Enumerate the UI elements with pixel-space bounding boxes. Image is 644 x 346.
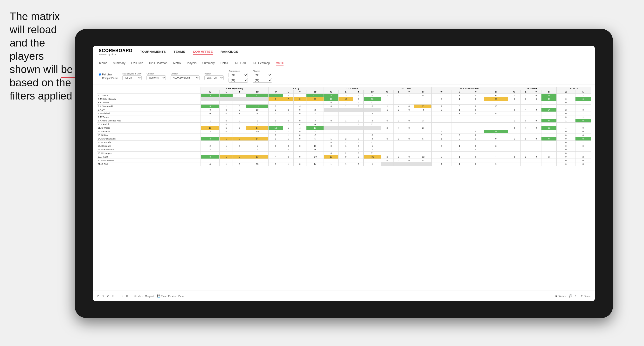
col-header-4: 21. O Stoll: [381, 87, 432, 90]
sub-nav: Teams Summary H2H Grid H2H Heatmap Matri…: [93, 58, 595, 68]
table-row: 19. J Karrh 31013 400-20 1300-31 210-12 …: [97, 155, 591, 159]
table-row: 20. E Andersson 0108 00: [97, 159, 591, 163]
logo: SCOREBOARD Powered by clippd: [99, 48, 132, 56]
sub-nav-players[interactable]: Players: [187, 60, 196, 66]
players-select2[interactable]: (All): [253, 78, 272, 83]
table-row: 21. O Stoll 41033 11014 1101 1109 03: [97, 163, 591, 166]
table-row: 11. G Woods 105014 131417 24017 24020 40: [97, 126, 591, 130]
comment-button[interactable]: 💬: [569, 294, 572, 298]
col-header-7: 60. W Za: [557, 87, 591, 90]
players-filter: Players (All) (All): [253, 70, 272, 83]
table-row: 1. J Garcia 31027 301-11 4300 1110 0106 …: [97, 94, 591, 97]
conference-filter: Conference (All) (All): [228, 70, 248, 83]
division-label: Division: [170, 73, 200, 75]
conference-select2[interactable]: (All): [228, 78, 248, 83]
conference-select[interactable]: (All): [228, 73, 248, 77]
table-row: 8. M Torres 01: [97, 115, 591, 119]
sub-nav-detail[interactable]: Detail: [220, 60, 228, 66]
sub-nav-h2hheatmap1[interactable]: H2H Heatmap: [149, 60, 168, 66]
main-content: 2. M Kelly Mulcahy 6. A Dy 11. G Woods 2…: [93, 85, 595, 291]
col-header-6: 38. A Webb: [508, 87, 557, 90]
table-row: 10. L Perini 1001 3140 11011 11: [97, 123, 591, 126]
nav-committee[interactable]: COMMITTEE: [193, 49, 213, 55]
table-row: 9. A Maria Jimenez Rios 1001 100-7 0102 …: [97, 119, 591, 123]
region-label: Region: [204, 73, 224, 75]
table-row: 13. N Klug 010-2 3 0201 00: [97, 134, 591, 137]
view-original-button[interactable]: 👁 View: Original: [134, 295, 154, 298]
table-row: 6. A Dy 30018 2202 120-4 0104 04024 23: [97, 108, 591, 112]
sub-nav-h2hgrid2[interactable]: H2H Grid: [234, 60, 246, 66]
col-header-5: 23. L Marie Schumac.: [432, 87, 508, 90]
col-header-1: 2. M Kelly Mulcahy: [201, 87, 268, 90]
undo-button[interactable]: ↩: [97, 294, 99, 298]
redo-button[interactable]: ↪: [102, 294, 104, 298]
table-row: 12. A Bianchi 200-58 1104 20025 00: [97, 130, 591, 134]
region-select[interactable]: East - DII: [204, 75, 224, 80]
nav-tournaments[interactable]: TOURNAMENTS: [140, 49, 166, 55]
matrix-header-empty: [97, 87, 201, 90]
sub-nav-matrix1[interactable]: Matrix: [173, 60, 181, 66]
fullscreen-button[interactable]: ⛶: [575, 295, 578, 298]
grid-button[interactable]: ⊞: [112, 294, 114, 298]
toolbar-divider1: [131, 294, 131, 299]
nav-links: TOURNAMENTS TEAMS COMMITTEE RANKINGS: [140, 49, 238, 55]
refresh-button[interactable]: ⟳: [107, 294, 109, 298]
share-button[interactable]: ⬆ Share: [581, 294, 591, 298]
gender-label: Gender: [146, 73, 166, 75]
tablet-device: SCOREBOARD Powered by clippd TOURNAMENTS…: [75, 29, 613, 318]
save-custom-view-button[interactable]: 💾 Save Custom View: [157, 294, 184, 298]
sub-nav-summary2[interactable]: Summary: [202, 60, 214, 66]
table-row: 3. S Jelinek 02017 01: [97, 101, 591, 105]
watch-button[interactable]: ◉ Watch: [555, 294, 566, 298]
nav-rankings[interactable]: RANKINGS: [220, 49, 238, 55]
players-label: Players: [253, 70, 272, 72]
logo-text: SCOREBOARD: [99, 48, 132, 53]
sub-nav-summary1[interactable]: Summary: [113, 60, 125, 66]
max-players-label: Max players in view: [122, 73, 142, 75]
matrix-table: 2. M Kelly Mulcahy 6. A Dy 11. G Woods 2…: [97, 87, 591, 166]
conference-label: Conference: [228, 70, 248, 72]
table-row: 5. A Nomrowski 310-11 1-1 0100 14025 100…: [97, 105, 591, 108]
gender-filter: Gender Women's: [146, 73, 166, 80]
max-players-filter: Max players in view Top 25: [122, 73, 142, 80]
col-header-3: 11. G Woods: [324, 87, 381, 90]
zoom-in-button[interactable]: +: [121, 295, 123, 298]
sub-nav-matrix2[interactable]: Matrix: [276, 60, 284, 66]
table-row: 2. M Kelly Mulcahy 07040 1010050 01035 0…: [97, 97, 591, 101]
max-players-select[interactable]: Top 25: [122, 75, 142, 80]
powered-by: Powered by clippd: [99, 53, 132, 56]
sub-nav-teams[interactable]: Teams: [99, 60, 107, 66]
view-options: Full View Compact View: [99, 73, 118, 80]
players-select[interactable]: (All): [253, 73, 272, 77]
bottom-toolbar: ↩ ↪ ⟳ ⊞ − + ⊙ 👁 View: Original 💾 Save Cu…: [93, 291, 595, 301]
sub-nav-h2hgrid1[interactable]: H2H Grid: [131, 60, 143, 66]
table-row: 16. X Mcgaha 2101 30011 0101 0103 00: [97, 144, 591, 148]
annotation-text: The matrix will reload and the players s…: [10, 10, 77, 102]
division-filter: Division NCAA Division II: [170, 73, 200, 80]
settings-button[interactable]: ⊙: [126, 294, 128, 298]
matrix-subheader-empty: [97, 90, 201, 94]
sub-nav-h2hheatmap2[interactable]: H2H Heatmap: [252, 60, 270, 66]
table-row: 18. H Hodgson 02011 01: [97, 152, 591, 155]
gender-select[interactable]: Women's: [146, 75, 166, 80]
division-select[interactable]: NCAA Division II: [170, 75, 200, 80]
table-row: 15. H Stranda 02011 01: [97, 141, 591, 144]
full-view-option[interactable]: Full View: [99, 73, 118, 76]
table-row: 17. D Ballesteros 3101 2010 1101 0207 01: [97, 148, 591, 152]
col-header-2: 6. A Dy: [268, 87, 324, 90]
table-row: 7. O Mitchell 0010 0102 3 0108 01: [97, 112, 591, 115]
nav-bar: SCOREBOARD Powered by clippd TOURNAMENTS…: [93, 46, 595, 58]
region-filter: Region East - DII: [204, 73, 224, 80]
nav-teams[interactable]: TEAMS: [174, 49, 185, 55]
tablet-screen: SCOREBOARD Powered by clippd TOURNAMENTS…: [93, 46, 595, 301]
zoom-out-button[interactable]: −: [117, 295, 118, 298]
table-row: 14. S Srichantamit 31014 0105 1204 0105 …: [97, 137, 591, 141]
filter-bar: Full View Compact View Max players in vi…: [93, 68, 595, 85]
compact-view-option[interactable]: Compact View: [99, 77, 118, 80]
